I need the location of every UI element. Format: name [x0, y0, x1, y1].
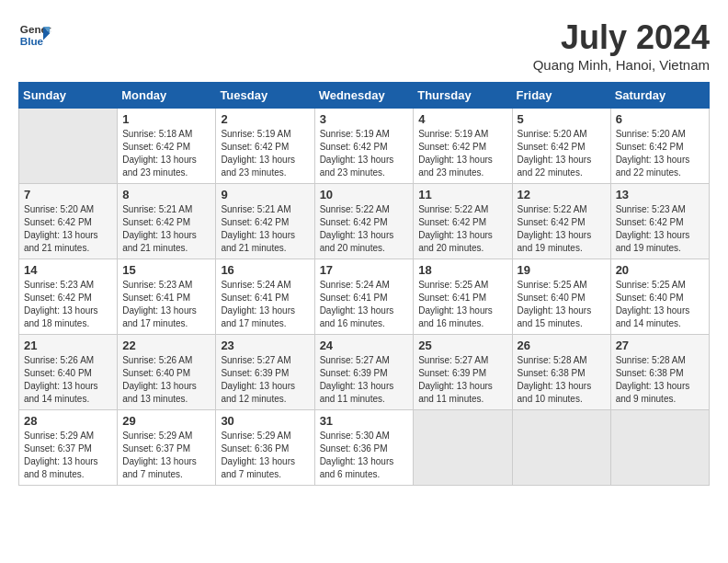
day-detail: Sunrise: 5:29 AM Sunset: 6:37 PM Dayligh… — [24, 430, 112, 481]
day-number: 4 — [418, 112, 506, 126]
day-detail: Sunrise: 5:27 AM Sunset: 6:39 PM Dayligh… — [418, 354, 506, 406]
day-detail: Sunrise: 5:21 AM Sunset: 6:42 PM Dayligh… — [221, 203, 309, 255]
day-detail: Sunrise: 5:24 AM Sunset: 6:41 PM Dayligh… — [221, 279, 309, 330]
calendar-cell: 24Sunrise: 5:27 AM Sunset: 6:39 PM Dayli… — [314, 335, 414, 410]
calendar-cell: 28Sunrise: 5:29 AM Sunset: 6:37 PM Dayli… — [19, 410, 118, 486]
day-number: 15 — [122, 263, 210, 277]
weekday-header: Thursday — [414, 83, 512, 109]
day-number: 7 — [24, 188, 112, 201]
day-number: 30 — [221, 414, 309, 428]
calendar-cell: 6Sunrise: 5:20 AM Sunset: 6:42 PM Daylig… — [610, 109, 709, 184]
day-number: 22 — [122, 339, 210, 352]
day-number: 25 — [418, 339, 506, 352]
calendar-week-row: 7Sunrise: 5:20 AM Sunset: 6:42 PM Daylig… — [19, 184, 710, 259]
calendar-cell: 21Sunrise: 5:26 AM Sunset: 6:40 PM Dayli… — [19, 335, 118, 410]
day-number: 2 — [221, 112, 309, 126]
calendar-cell: 8Sunrise: 5:21 AM Sunset: 6:42 PM Daylig… — [118, 184, 216, 259]
calendar-cell: 15Sunrise: 5:23 AM Sunset: 6:41 PM Dayli… — [118, 259, 216, 335]
calendar-week-row: 21Sunrise: 5:26 AM Sunset: 6:40 PM Dayli… — [19, 335, 710, 410]
day-detail: Sunrise: 5:24 AM Sunset: 6:41 PM Dayligh… — [320, 279, 409, 330]
day-number: 11 — [418, 188, 506, 201]
day-number: 19 — [518, 263, 606, 277]
calendar-cell: 31Sunrise: 5:30 AM Sunset: 6:36 PM Dayli… — [314, 410, 414, 486]
day-detail: Sunrise: 5:19 AM Sunset: 6:42 PM Dayligh… — [418, 128, 506, 179]
calendar-cell: 1Sunrise: 5:18 AM Sunset: 6:42 PM Daylig… — [118, 109, 216, 184]
day-number: 24 — [320, 339, 409, 352]
calendar-cell: 20Sunrise: 5:25 AM Sunset: 6:40 PM Dayli… — [610, 259, 709, 335]
calendar-cell: 26Sunrise: 5:28 AM Sunset: 6:38 PM Dayli… — [512, 335, 610, 410]
calendar-cell: 7Sunrise: 5:20 AM Sunset: 6:42 PM Daylig… — [19, 184, 118, 259]
day-detail: Sunrise: 5:23 AM Sunset: 6:42 PM Dayligh… — [24, 279, 112, 330]
day-detail: Sunrise: 5:23 AM Sunset: 6:41 PM Dayligh… — [122, 279, 210, 330]
day-number: 14 — [24, 263, 112, 277]
day-number: 20 — [616, 263, 704, 277]
calendar-cell: 11Sunrise: 5:22 AM Sunset: 6:42 PM Dayli… — [414, 184, 512, 259]
day-number: 23 — [221, 339, 309, 352]
calendar-cell — [414, 410, 512, 486]
day-detail: Sunrise: 5:29 AM Sunset: 6:36 PM Dayligh… — [221, 430, 309, 481]
weekday-header-row: SundayMondayTuesdayWednesdayThursdayFrid… — [19, 83, 710, 109]
day-number: 5 — [518, 112, 606, 126]
calendar-cell: 5Sunrise: 5:20 AM Sunset: 6:42 PM Daylig… — [512, 109, 610, 184]
day-number: 28 — [24, 414, 112, 428]
day-detail: Sunrise: 5:22 AM Sunset: 6:42 PM Dayligh… — [320, 203, 409, 255]
calendar-cell: 4Sunrise: 5:19 AM Sunset: 6:42 PM Daylig… — [414, 109, 512, 184]
calendar-cell: 22Sunrise: 5:26 AM Sunset: 6:40 PM Dayli… — [118, 335, 216, 410]
day-number: 16 — [221, 263, 309, 277]
calendar-week-row: 14Sunrise: 5:23 AM Sunset: 6:42 PM Dayli… — [19, 259, 710, 335]
day-number: 12 — [518, 188, 606, 201]
day-number: 6 — [616, 112, 704, 126]
day-detail: Sunrise: 5:25 AM Sunset: 6:40 PM Dayligh… — [518, 279, 606, 330]
day-number: 26 — [518, 339, 606, 352]
weekday-header: Saturday — [610, 83, 709, 109]
day-number: 10 — [320, 188, 409, 201]
day-detail: Sunrise: 5:26 AM Sunset: 6:40 PM Dayligh… — [122, 354, 210, 406]
calendar-cell: 3Sunrise: 5:19 AM Sunset: 6:42 PM Daylig… — [314, 109, 414, 184]
weekday-header: Wednesday — [314, 83, 414, 109]
page-header: General Blue July 2024 Quang Minh, Hanoi… — [18, 18, 710, 73]
day-number: 17 — [320, 263, 409, 277]
calendar-cell: 27Sunrise: 5:28 AM Sunset: 6:38 PM Dayli… — [610, 335, 709, 410]
day-detail: Sunrise: 5:19 AM Sunset: 6:42 PM Dayligh… — [320, 128, 409, 179]
day-number: 1 — [122, 112, 210, 126]
day-detail: Sunrise: 5:28 AM Sunset: 6:38 PM Dayligh… — [518, 354, 606, 406]
day-detail: Sunrise: 5:30 AM Sunset: 6:36 PM Dayligh… — [320, 430, 409, 481]
logo: General Blue — [18, 18, 51, 52]
title-block: July 2024 Quang Minh, Hanoi, Vietnam — [533, 18, 710, 73]
day-detail: Sunrise: 5:19 AM Sunset: 6:42 PM Dayligh… — [221, 128, 309, 179]
day-detail: Sunrise: 5:23 AM Sunset: 6:42 PM Dayligh… — [616, 203, 704, 255]
day-number: 9 — [221, 188, 309, 201]
day-detail: Sunrise: 5:28 AM Sunset: 6:38 PM Dayligh… — [616, 354, 704, 406]
weekday-header: Tuesday — [216, 83, 314, 109]
calendar-cell: 14Sunrise: 5:23 AM Sunset: 6:42 PM Dayli… — [19, 259, 118, 335]
calendar-cell — [610, 410, 709, 486]
weekday-header: Sunday — [19, 83, 118, 109]
day-detail: Sunrise: 5:25 AM Sunset: 6:40 PM Dayligh… — [616, 279, 704, 330]
calendar-cell — [19, 109, 118, 184]
calendar-cell: 17Sunrise: 5:24 AM Sunset: 6:41 PM Dayli… — [314, 259, 414, 335]
calendar-cell: 23Sunrise: 5:27 AM Sunset: 6:39 PM Dayli… — [216, 335, 314, 410]
calendar-cell: 18Sunrise: 5:25 AM Sunset: 6:41 PM Dayli… — [414, 259, 512, 335]
page-subtitle: Quang Minh, Hanoi, Vietnam — [533, 57, 710, 73]
page-title: July 2024 — [533, 18, 710, 57]
day-detail: Sunrise: 5:22 AM Sunset: 6:42 PM Dayligh… — [518, 203, 606, 255]
day-detail: Sunrise: 5:26 AM Sunset: 6:40 PM Dayligh… — [24, 354, 112, 406]
day-number: 8 — [122, 188, 210, 201]
day-detail: Sunrise: 5:20 AM Sunset: 6:42 PM Dayligh… — [616, 128, 704, 179]
day-detail: Sunrise: 5:20 AM Sunset: 6:42 PM Dayligh… — [24, 203, 112, 255]
weekday-header: Monday — [118, 83, 216, 109]
day-detail: Sunrise: 5:25 AM Sunset: 6:41 PM Dayligh… — [418, 279, 506, 330]
calendar-cell: 16Sunrise: 5:24 AM Sunset: 6:41 PM Dayli… — [216, 259, 314, 335]
calendar-week-row: 1Sunrise: 5:18 AM Sunset: 6:42 PM Daylig… — [19, 109, 710, 184]
weekday-header: Friday — [512, 83, 610, 109]
day-number: 3 — [320, 112, 409, 126]
day-detail: Sunrise: 5:27 AM Sunset: 6:39 PM Dayligh… — [221, 354, 309, 406]
calendar-cell: 9Sunrise: 5:21 AM Sunset: 6:42 PM Daylig… — [216, 184, 314, 259]
svg-text:Blue: Blue — [20, 35, 44, 47]
calendar-cell: 10Sunrise: 5:22 AM Sunset: 6:42 PM Dayli… — [314, 184, 414, 259]
calendar-week-row: 28Sunrise: 5:29 AM Sunset: 6:37 PM Dayli… — [19, 410, 710, 486]
calendar-table: SundayMondayTuesdayWednesdayThursdayFrid… — [18, 82, 710, 486]
day-detail: Sunrise: 5:22 AM Sunset: 6:42 PM Dayligh… — [418, 203, 506, 255]
calendar-cell: 29Sunrise: 5:29 AM Sunset: 6:37 PM Dayli… — [118, 410, 216, 486]
day-number: 13 — [616, 188, 704, 201]
